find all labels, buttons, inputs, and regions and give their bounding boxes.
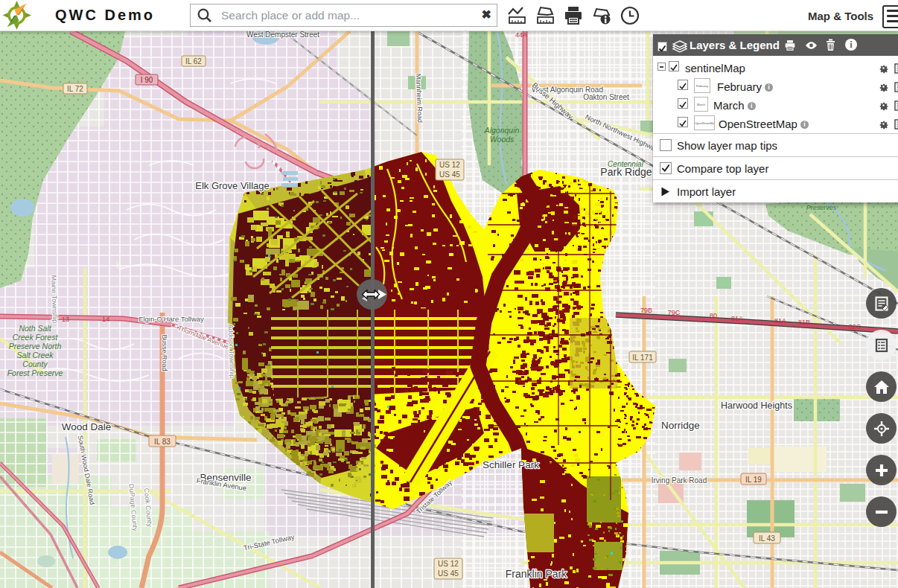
svg-text:80: 80 (710, 312, 717, 319)
svg-text:Preserves: Preserves (806, 204, 837, 211)
svg-text:County: County (22, 359, 48, 368)
svg-text:IL 171: IL 171 (632, 354, 653, 362)
svg-text:Forest Preserve: Forest Preserve (7, 368, 63, 377)
svg-text:82C: 82C (849, 323, 862, 330)
svg-text:IL 43: IL 43 (759, 534, 775, 543)
svg-text:West Dempster Street: West Dempster Street (246, 31, 319, 39)
svg-text:I 90: I 90 (141, 76, 153, 84)
svg-text:Elk Grove Village: Elk Grove Village (195, 180, 269, 191)
svg-text:13: 13 (62, 316, 69, 323)
svg-text:Busse Road: Busse Road (161, 334, 168, 371)
svg-text:Elgin-O'Hare Tollway: Elgin-O'Hare Tollway (138, 315, 204, 323)
svg-text:IL 19: IL 19 (745, 476, 762, 484)
svg-text:Noth Salt: Noth Salt (19, 324, 51, 333)
svg-text:Harwood Heights: Harwood Heights (721, 400, 792, 411)
svg-text:14: 14 (102, 316, 109, 323)
svg-text:79C: 79C (668, 309, 681, 316)
svg-text:IL 72: IL 72 (67, 85, 83, 93)
svg-text:81B: 81B (798, 319, 810, 326)
svg-text:US 12: US 12 (438, 560, 459, 568)
svg-text:79B: 79B (640, 307, 652, 314)
svg-text:Wood Dale: Wood Dale (62, 421, 112, 432)
svg-text:US 12: US 12 (439, 161, 460, 169)
svg-text:44A: 44A (515, 31, 527, 39)
svg-text:Irving Park Road: Irving Park Road (652, 476, 707, 485)
svg-text:81A: 81A (774, 317, 786, 325)
svg-text:Creek Forest: Creek Forest (13, 333, 59, 342)
svg-text:Algonquin: Algonquin (484, 126, 520, 135)
svg-text:Norridge: Norridge (661, 420, 700, 431)
svg-text:US 45: US 45 (438, 569, 459, 578)
svg-text:Schiller Park: Schiller Park (483, 459, 539, 470)
svg-text:IL 83: IL 83 (154, 438, 171, 446)
svg-text:US 45: US 45 (439, 170, 460, 179)
svg-text:Preserve North: Preserve North (9, 342, 62, 351)
svg-text:Woods: Woods (490, 135, 515, 144)
svg-text:Salt Creek: Salt Creek (16, 351, 54, 359)
svg-text:Oakton Street: Oakton Street (583, 93, 629, 101)
svg-text:IL 62: IL 62 (185, 57, 202, 65)
svg-text:Centennial: Centennial (608, 160, 644, 168)
svg-text:81A: 81A (731, 315, 743, 322)
svg-text:Franklin Park: Franklin Park (506, 568, 567, 580)
